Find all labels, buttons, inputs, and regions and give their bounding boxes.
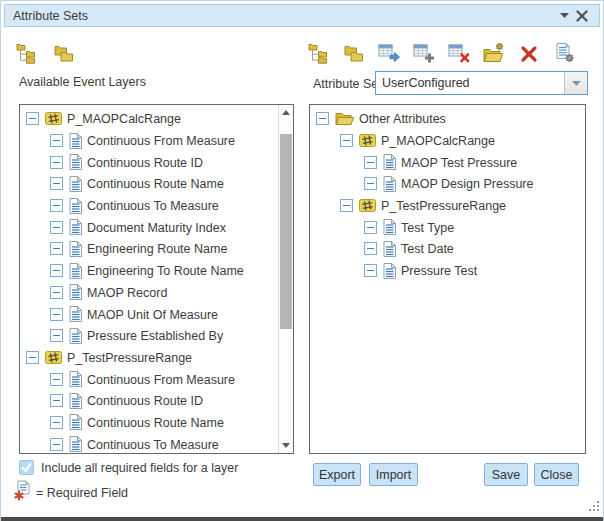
- tree-item[interactable]: Other Attributes: [310, 108, 585, 130]
- add-table-icon: [413, 42, 435, 64]
- export-button[interactable]: Export: [313, 463, 361, 486]
- configure-attribute-set-button[interactable]: [552, 41, 576, 65]
- tree-item[interactable]: Test Date: [310, 238, 585, 260]
- delete-icon: [518, 42, 540, 64]
- attribute-sets-dialog: Attribute Sets: [0, 0, 604, 521]
- collapse-toggle[interactable]: [316, 112, 329, 125]
- event-layer-icon: [359, 133, 376, 148]
- collapse-toggle[interactable]: [364, 156, 377, 169]
- include-required-fields-checkbox[interactable]: [19, 460, 34, 475]
- tree-item[interactable]: P_TestPressureRange: [310, 195, 585, 217]
- new-attribute-set-button[interactable]: [482, 41, 506, 65]
- delete-table-button[interactable]: [447, 41, 471, 65]
- attribute-set-select[interactable]: UserConfigured: [375, 71, 588, 95]
- tree-item[interactable]: Engineering Route Name: [20, 238, 278, 260]
- tree-item[interactable]: MAOP Test Pressure: [310, 151, 585, 173]
- tree-item[interactable]: P_MAOPCalcRange: [310, 130, 585, 152]
- document-icon: [69, 306, 82, 322]
- dialog-titlebar[interactable]: Attribute Sets: [4, 4, 600, 27]
- attribute-set-dropdown-button[interactable]: [564, 72, 587, 94]
- collapse-toggle[interactable]: [340, 199, 353, 212]
- document-icon: [69, 198, 82, 214]
- tree-item[interactable]: Continuous From Measure: [20, 368, 278, 390]
- tree-item[interactable]: Engineering To Route Name: [20, 260, 278, 282]
- tree-item[interactable]: Continuous Route Name: [20, 412, 278, 434]
- available-event-layers-tree: P_MAOPCalcRange Continuous From Measure …: [20, 105, 278, 454]
- tree-item[interactable]: P_TestPressureRange: [20, 347, 278, 369]
- collapse-toggle[interactable]: [50, 438, 63, 451]
- document-icon: [69, 328, 82, 344]
- collapse-toggle[interactable]: [50, 329, 63, 342]
- close-button[interactable]: [573, 7, 591, 25]
- tree-item[interactable]: Continuous From Measure: [20, 130, 278, 152]
- collapse-toggle[interactable]: [50, 156, 63, 169]
- collapse-toggle[interactable]: [50, 264, 63, 277]
- collapse-toggle[interactable]: [50, 286, 63, 299]
- window-bottom-edge: [1, 517, 603, 521]
- tree-item[interactable]: MAOP Record: [20, 282, 278, 304]
- tree-item[interactable]: Pressure Established By: [20, 325, 278, 347]
- tree-item[interactable]: Continuous To Measure: [20, 195, 278, 217]
- add-folder-icon: [343, 42, 365, 64]
- tree-item[interactable]: Continuous Route ID: [20, 151, 278, 173]
- tree-item[interactable]: P_MAOPCalcRange: [20, 108, 278, 130]
- add-event-layers-button[interactable]: [15, 41, 39, 65]
- tree-item[interactable]: Continuous Route ID: [20, 390, 278, 412]
- scroll-up-button[interactable]: [279, 105, 293, 120]
- collapse-toggle[interactable]: [364, 264, 377, 277]
- save-button[interactable]: Save: [484, 463, 528, 486]
- resize-grip[interactable]: [588, 500, 600, 515]
- import-button[interactable]: Import: [369, 463, 418, 486]
- collapse-button[interactable]: [555, 7, 573, 25]
- tree-item[interactable]: Document Maturity Index: [20, 216, 278, 238]
- resize-grip-icon: [588, 500, 600, 512]
- required-field-legend: = Required Field: [36, 486, 128, 500]
- add-table-button[interactable]: [412, 41, 436, 65]
- collapse-toggle[interactable]: [50, 242, 63, 255]
- document-icon: [383, 219, 396, 235]
- add-event-layers-button-2[interactable]: [307, 41, 331, 65]
- tree-item[interactable]: Continuous Route Name: [20, 173, 278, 195]
- export-table-button[interactable]: [377, 41, 401, 65]
- delete-button[interactable]: [517, 41, 541, 65]
- collapse-toggle[interactable]: [50, 416, 63, 429]
- dialog-title: Attribute Sets: [13, 9, 555, 23]
- tree-item[interactable]: Pressure Test: [310, 260, 585, 282]
- collapse-toggle[interactable]: [50, 308, 63, 321]
- tree-item[interactable]: MAOP Design Pressure: [310, 173, 585, 195]
- chevron-down-icon: [560, 13, 569, 18]
- document-icon: [69, 284, 82, 300]
- close-dialog-button[interactable]: Close: [534, 463, 579, 486]
- collapse-toggle[interactable]: [50, 373, 63, 386]
- collapse-toggle[interactable]: [26, 112, 39, 125]
- document-icon: [69, 133, 82, 149]
- tree-item[interactable]: MAOP Unit Of Measure: [20, 303, 278, 325]
- scroll-down-button[interactable]: [279, 438, 293, 453]
- collapse-toggle[interactable]: [50, 134, 63, 147]
- collapse-toggle[interactable]: [50, 394, 63, 407]
- document-icon: [69, 393, 82, 409]
- collapse-toggle[interactable]: [50, 221, 63, 234]
- triangle-up-icon: [282, 110, 290, 115]
- collapse-toggle[interactable]: [364, 177, 377, 190]
- collapse-toggle[interactable]: [364, 242, 377, 255]
- collapse-toggle[interactable]: [50, 177, 63, 190]
- collapse-toggle[interactable]: [340, 134, 353, 147]
- left-panel-scrollbar[interactable]: [278, 105, 293, 453]
- add-folder-icon: [53, 42, 75, 64]
- document-icon: [383, 176, 396, 192]
- event-layer-icon: [45, 111, 62, 126]
- collapse-toggle[interactable]: [26, 351, 39, 364]
- toolbar-right: [307, 41, 576, 65]
- add-folder-button[interactable]: [52, 41, 76, 65]
- scrollbar-thumb[interactable]: [280, 134, 292, 329]
- collapse-toggle[interactable]: [364, 221, 377, 234]
- attribute-set-tree: Other Attributes P_MAOPCalcRange MAOP Te…: [310, 105, 585, 282]
- add-folder-button-2[interactable]: [342, 41, 366, 65]
- tree-item[interactable]: Continuous To Measure: [20, 433, 278, 454]
- tree-item[interactable]: Test Type: [310, 216, 585, 238]
- export-table-icon: [378, 42, 400, 64]
- collapse-toggle[interactable]: [50, 199, 63, 212]
- chevron-down-icon: [572, 81, 581, 86]
- document-icon: [383, 241, 396, 257]
